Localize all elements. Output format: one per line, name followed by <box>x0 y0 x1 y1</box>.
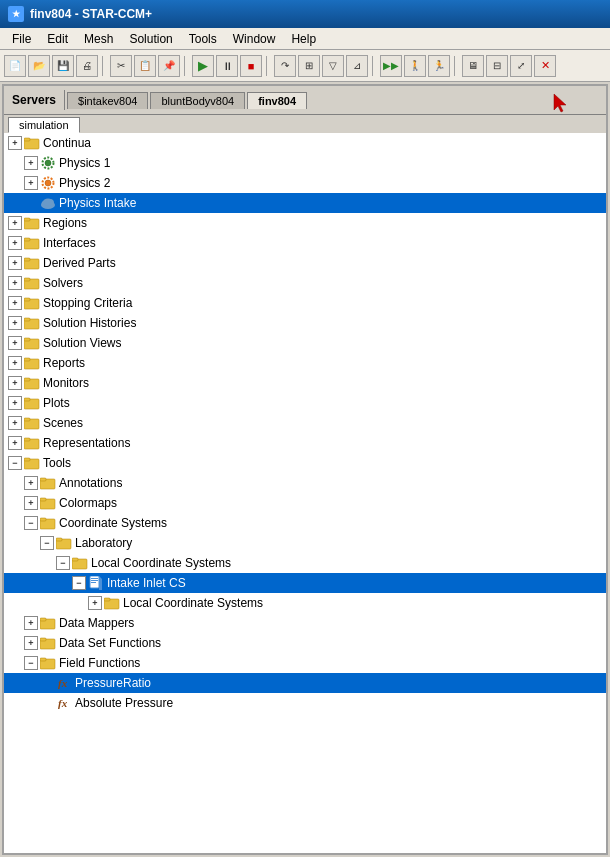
run-btn[interactable]: ▶▶ <box>380 55 402 77</box>
tree-item-absolutePressure[interactable]: fxAbsolute Pressure <box>4 693 606 713</box>
finv804-tab[interactable]: finv804 <box>247 92 307 109</box>
tree-item-monitors[interactable]: +Monitors <box>4 373 606 393</box>
run2-btn[interactable]: 🏃 <box>428 55 450 77</box>
close-btn[interactable]: ✕ <box>534 55 556 77</box>
item-label-solutionHistories: Solution Histories <box>43 316 136 330</box>
tree-item-solutionHistories[interactable]: +Solution Histories <box>4 313 606 333</box>
cut-btn[interactable]: ✂ <box>110 55 132 77</box>
svg-rect-36 <box>24 458 30 461</box>
expand-plus-dataSetFunctions[interactable]: + <box>24 636 38 650</box>
tree-item-scenes[interactable]: +Scenes <box>4 413 606 433</box>
menu-window[interactable]: Window <box>225 30 284 48</box>
tree-item-physics2[interactable]: +Physics 2 <box>4 173 606 193</box>
tree-item-continua[interactable]: +Continua <box>4 133 606 153</box>
tree-item-derivedParts[interactable]: +Derived Parts <box>4 253 606 273</box>
expand-plus-plots[interactable]: + <box>8 396 22 410</box>
tree-item-pressureRatio[interactable]: fxPressureRatio <box>4 673 606 693</box>
play-btn[interactable]: ▶ <box>192 55 214 77</box>
expand-plus-derivedParts[interactable]: + <box>8 256 22 270</box>
expand-plus-physics1[interactable]: + <box>24 156 38 170</box>
expand-plus-scenes[interactable]: + <box>8 416 22 430</box>
expand-plus-representations[interactable]: + <box>8 436 22 450</box>
menu-file[interactable]: File <box>4 30 39 48</box>
menu-solution[interactable]: Solution <box>121 30 180 48</box>
node-icon-dataMappers <box>40 615 56 631</box>
tree-item-colormaps[interactable]: +Colormaps <box>4 493 606 513</box>
expand-plus-continua[interactable]: + <box>8 136 22 150</box>
expand-plus-dataMappers[interactable]: + <box>24 616 38 630</box>
tree-item-reports[interactable]: +Reports <box>4 353 606 373</box>
step-btn[interactable]: ↷ <box>274 55 296 77</box>
item-label-intakeInletCS: Intake Inlet CS <box>107 576 186 590</box>
expand-minus-laboratory[interactable]: − <box>40 536 54 550</box>
print-btn[interactable]: 🖨 <box>76 55 98 77</box>
menu-tools[interactable]: Tools <box>181 30 225 48</box>
expand-minus-fieldFunctions[interactable]: − <box>24 656 38 670</box>
walk-btn[interactable]: 🚶 <box>404 55 426 77</box>
item-label-physics2: Physics 2 <box>59 176 110 190</box>
stop-btn[interactable]: ■ <box>240 55 262 77</box>
tree-item-laboratory[interactable]: −Laboratory <box>4 533 606 553</box>
expand-plus-annotations[interactable]: + <box>24 476 38 490</box>
expand-plus-solutionViews[interactable]: + <box>8 336 22 350</box>
bluntbodyv804-tab[interactable]: bluntBodyv804 <box>150 92 245 109</box>
pause-btn[interactable]: ⏸ <box>216 55 238 77</box>
expand-plus-solvers[interactable]: + <box>8 276 22 290</box>
tree-item-solvers[interactable]: +Solvers <box>4 273 606 293</box>
tree-item-annotations[interactable]: +Annotations <box>4 473 606 493</box>
tree-item-intakeInletCS[interactable]: −Intake Inlet CS <box>4 573 606 593</box>
expand-plus-stoppingCriteria[interactable]: + <box>8 296 22 310</box>
simulation-tab[interactable]: simulation <box>8 117 80 133</box>
menu-help[interactable]: Help <box>283 30 324 48</box>
tree-item-fieldFunctions[interactable]: −Field Functions <box>4 653 606 673</box>
monitor-btn[interactable]: 🖥 <box>462 55 484 77</box>
new-btn[interactable]: 📄 <box>4 55 26 77</box>
tree-item-localCoordSystems[interactable]: −Local Coordinate Systems <box>4 553 606 573</box>
sep4 <box>372 56 376 76</box>
node-icon-tools <box>24 455 40 471</box>
paste-btn[interactable]: 📌 <box>158 55 180 77</box>
tree-item-dataMappers[interactable]: +Data Mappers <box>4 613 606 633</box>
expand-plus-solutionHistories[interactable]: + <box>8 316 22 330</box>
intakev804-tab[interactable]: $intakev804 <box>67 92 148 109</box>
svg-rect-22 <box>24 318 30 321</box>
node-icon-physicsIntake <box>40 195 56 211</box>
item-label-coordinateSystems: Coordinate Systems <box>59 516 167 530</box>
filter-btn[interactable]: ▽ <box>322 55 344 77</box>
grid-btn[interactable]: ⊟ <box>486 55 508 77</box>
tree-item-stoppingCriteria[interactable]: +Stopping Criteria <box>4 293 606 313</box>
copy-btn[interactable]: 📋 <box>134 55 156 77</box>
expand-minus-tools[interactable]: − <box>8 456 22 470</box>
menu-mesh[interactable]: Mesh <box>76 30 121 48</box>
tree-item-tools[interactable]: −Tools <box>4 453 606 473</box>
tree-item-localCoordSystems2[interactable]: +Local Coordinate Systems <box>4 593 606 613</box>
tree-item-regions[interactable]: +Regions <box>4 213 606 233</box>
expand-plus-monitors[interactable]: + <box>8 376 22 390</box>
mesh-btn[interactable]: ⊞ <box>298 55 320 77</box>
filter2-btn[interactable]: ⊿ <box>346 55 368 77</box>
expand-plus-reports[interactable]: + <box>8 356 22 370</box>
expand-btn[interactable]: ⤢ <box>510 55 532 77</box>
expand-minus-intakeInletCS[interactable]: − <box>72 576 86 590</box>
tree-item-plots[interactable]: +Plots <box>4 393 606 413</box>
expand-plus-localCoordSystems2[interactable]: + <box>88 596 102 610</box>
expand-plus-interfaces[interactable]: + <box>8 236 22 250</box>
expand-minus-coordinateSystems[interactable]: − <box>24 516 38 530</box>
tree-item-physics1[interactable]: +Physics 1 <box>4 153 606 173</box>
expand-plus-colormaps[interactable]: + <box>24 496 38 510</box>
tree-item-representations[interactable]: +Representations <box>4 433 606 453</box>
tree-item-interfaces[interactable]: +Interfaces <box>4 233 606 253</box>
item-label-tools: Tools <box>43 456 71 470</box>
tree-container[interactable]: +Continua+Physics 1+Physics 2Physics Int… <box>4 133 606 853</box>
menu-edit[interactable]: Edit <box>39 30 76 48</box>
expand-plus-regions[interactable]: + <box>8 216 22 230</box>
tree-item-physicsIntake[interactable]: Physics Intake <box>4 193 606 213</box>
tree-item-solutionViews[interactable]: +Solution Views <box>4 333 606 353</box>
save-btn[interactable]: 💾 <box>52 55 74 77</box>
expand-minus-localCoordSystems[interactable]: − <box>56 556 70 570</box>
tree-item-coordinateSystems[interactable]: −Coordinate Systems <box>4 513 606 533</box>
node-icon-physics1 <box>40 155 56 171</box>
tree-item-dataSetFunctions[interactable]: +Data Set Functions <box>4 633 606 653</box>
open-btn[interactable]: 📂 <box>28 55 50 77</box>
expand-plus-physics2[interactable]: + <box>24 176 38 190</box>
